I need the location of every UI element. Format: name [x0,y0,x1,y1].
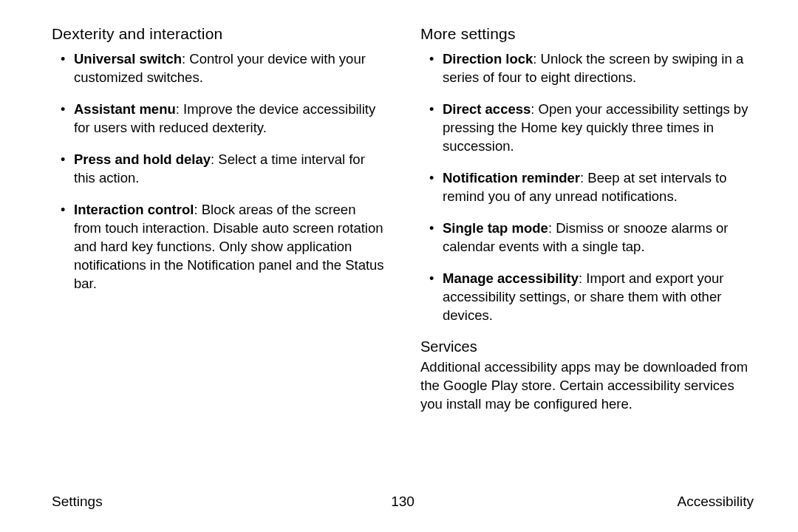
list-item: Press and hold delay: Select a time inte… [52,151,385,188]
item-term: Direction lock [443,51,533,66]
list-item: Direct access: Open your accessibility s… [420,100,754,156]
list-item: Universal switch: Control your device wi… [52,50,385,87]
item-term: Manage accessibility [443,270,579,286]
list-item: Single tap mode: Dismiss or snooze alarm… [420,219,754,256]
footer-section-label: Settings [52,494,103,510]
right-column: More settings Direction lock: Unlock the… [420,25,754,473]
item-term: Universal switch [74,51,182,66]
list-item: Interaction control: Block areas of the … [52,201,385,293]
dexterity-heading: Dexterity and interaction [52,25,385,43]
item-term: Direct access [443,101,531,117]
left-column: Dexterity and interaction Universal swit… [52,25,385,473]
list-item: Manage accessibility: Import and export … [420,270,754,325]
item-term: Interaction control [74,202,194,217]
footer-chapter-label: Accessibility [678,494,754,510]
item-term: Single tap mode [443,220,548,236]
more-settings-heading: More settings [420,25,754,43]
item-term: Press and hold delay [74,151,211,167]
more-settings-list: Direction lock: Unlock the screen by swi… [420,50,754,325]
services-heading: Services [420,338,754,355]
item-term: Notification reminder [443,170,580,185]
page-footer: Settings 130 Accessibility [52,494,754,510]
services-body: Additional accessibility apps may be dow… [420,358,754,414]
dexterity-list: Universal switch: Control your device wi… [52,50,385,293]
page-content: Dexterity and interaction Universal swit… [0,0,798,473]
list-item: Assistant menu: Improve the device acces… [52,100,385,137]
footer-page-number: 130 [52,494,754,510]
item-term: Assistant menu [74,101,176,117]
list-item: Notification reminder: Beep at set inter… [420,169,754,206]
list-item: Direction lock: Unlock the screen by swi… [420,50,754,87]
